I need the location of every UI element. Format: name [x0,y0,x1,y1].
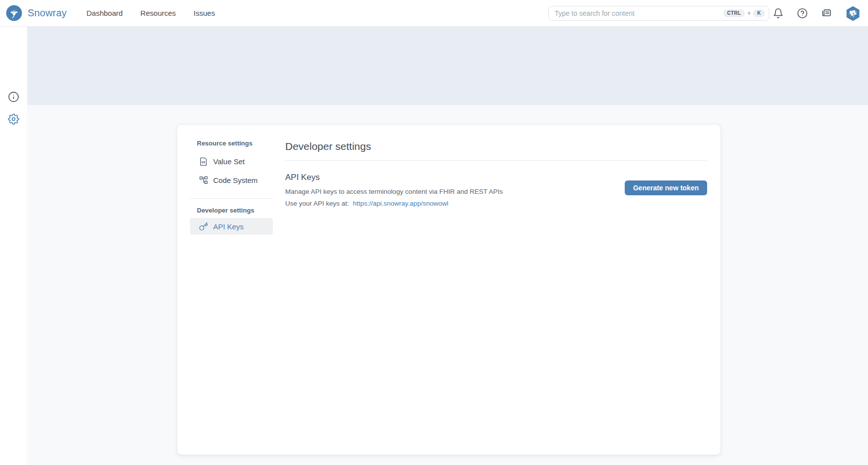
global-search[interactable]: CTRL + K [548,6,769,21]
kbd-k: K [753,9,765,17]
gear-icon[interactable] [0,109,27,129]
notifications-bell-icon[interactable] [772,7,784,19]
news-icon[interactable] [821,7,832,19]
api-url-label: Use your API keys at: [285,200,349,207]
settings-nav-item-label: Code System [213,176,258,184]
info-icon[interactable] [0,87,27,107]
brand-name: Snowray [28,7,67,19]
settings-card: Resource settings vs Value Set Code Syst… [177,125,720,455]
svg-text:vs: vs [201,160,205,164]
api-keys-heading: API Keys [285,173,503,182]
kbd-plus: + [747,10,751,17]
code-system-icon [199,176,208,185]
panel-divider [285,160,707,161]
settings-side-nav: Resource settings vs Value Set Code Syst… [190,140,273,237]
settings-nav-item-value-set[interactable]: vs Value Set [190,153,273,170]
search-shortcut-hint: CTRL + K [723,9,765,17]
api-keys-section: API Keys Manage API keys to access termi… [285,173,707,207]
nav-item-issues[interactable]: Issues [193,9,215,17]
nav-item-resources[interactable]: Resources [141,9,176,17]
help-icon[interactable] [796,7,808,19]
settings-nav-divider [190,198,273,199]
panel-title: Developer settings [285,140,707,153]
generate-token-button[interactable]: Generate new token [625,180,707,195]
settings-nav-item-label: Value Set [213,157,245,166]
api-keys-description: Manage API keys to access terminology co… [285,188,503,195]
api-keys-usage-line: Use your API keys at:https://api.snowray… [285,200,503,207]
key-icon [199,222,208,231]
hero-band [27,27,868,105]
api-keys-text-block: API Keys Manage API keys to access termi… [285,173,503,207]
user-avatar[interactable] [845,5,861,22]
brand-home-link[interactable]: Snowray [6,5,67,21]
nav-item-dashboard[interactable]: Dashboard [86,9,122,17]
left-rail [0,27,27,465]
top-bar: Snowray Dashboard Resources Issues CTRL … [0,0,868,27]
developer-settings-panel: Developer settings API Keys Manage API k… [285,140,707,207]
settings-section-label-resource: Resource settings [197,140,273,147]
api-url-link[interactable]: https://api.snowray.app/snowowl [353,200,448,207]
kbd-ctrl: CTRL [723,9,745,17]
snowray-logo-icon [6,5,22,21]
settings-nav-item-api-keys[interactable]: API Keys [190,218,273,235]
settings-nav-item-code-system[interactable]: Code System [190,172,273,188]
value-set-icon: vs [199,157,208,166]
main-nav: Dashboard Resources Issues [86,9,215,17]
top-icon-group [772,0,861,27]
settings-section-label-developer: Developer settings [197,207,273,214]
settings-nav-item-label: API Keys [213,222,244,231]
search-input[interactable] [555,9,723,17]
